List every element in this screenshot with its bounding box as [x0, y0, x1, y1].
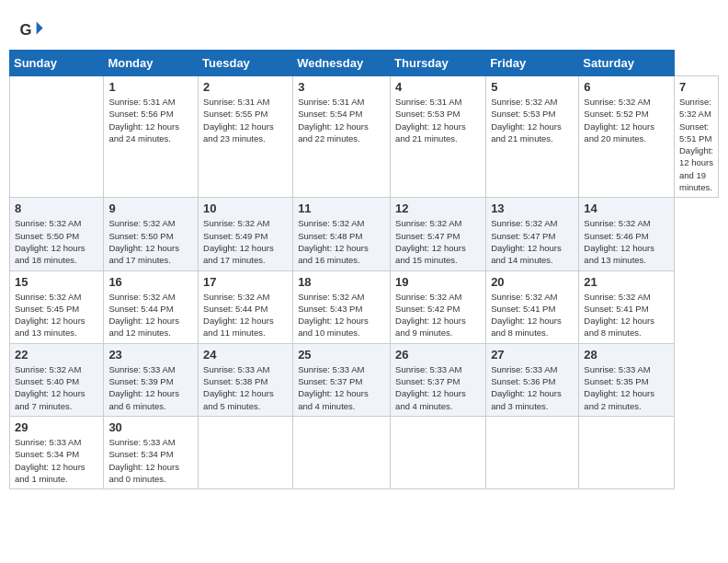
- day-number: 30: [108, 420, 193, 434]
- weekday-header-saturday: Saturday: [579, 51, 675, 76]
- day-number: 27: [491, 348, 574, 362]
- day-info: Sunrise: 5:33 AMSunset: 5:34 PMDaylight:…: [108, 436, 193, 485]
- day-number: 22: [15, 348, 98, 362]
- weekday-header-monday: Monday: [104, 51, 199, 76]
- calendar-cell: 14Sunrise: 5:32 AMSunset: 5:46 PMDayligh…: [579, 198, 675, 270]
- logo-icon: G: [18, 17, 44, 42]
- calendar-cell: 13Sunrise: 5:32 AMSunset: 5:47 PMDayligh…: [486, 198, 579, 270]
- day-info: Sunrise: 5:32 AMSunset: 5:48 PMDaylight:…: [298, 217, 385, 266]
- day-info: Sunrise: 5:33 AMSunset: 5:36 PMDaylight:…: [491, 363, 574, 412]
- calendar-cell: 17Sunrise: 5:32 AMSunset: 5:44 PMDayligh…: [199, 270, 293, 343]
- day-number: 25: [298, 348, 385, 362]
- day-number: 9: [108, 201, 193, 215]
- day-number: 12: [395, 201, 481, 215]
- calendar-week-row: 29Sunrise: 5:33 AMSunset: 5:34 PMDayligh…: [10, 416, 719, 488]
- calendar-cell: [199, 416, 293, 488]
- day-info: Sunrise: 5:32 AMSunset: 5:43 PMDaylight:…: [298, 291, 385, 339]
- day-info: Sunrise: 5:32 AMSunset: 5:44 PMDaylight:…: [203, 291, 288, 339]
- day-info: Sunrise: 5:32 AMSunset: 5:53 PMDaylight:…: [491, 96, 574, 144]
- day-number: 11: [298, 201, 385, 215]
- weekday-header-row: SundayMondayTuesdayWednesdayThursdayFrid…: [10, 51, 719, 76]
- calendar-week-row: 1Sunrise: 5:31 AMSunset: 5:56 PMDaylight…: [10, 76, 719, 198]
- calendar-cell: 20Sunrise: 5:32 AMSunset: 5:41 PMDayligh…: [486, 270, 579, 343]
- day-info: Sunrise: 5:33 AMSunset: 5:35 PMDaylight:…: [584, 363, 669, 412]
- day-number: 20: [491, 275, 574, 289]
- day-number: 28: [584, 348, 669, 362]
- calendar-cell: 10Sunrise: 5:32 AMSunset: 5:49 PMDayligh…: [199, 198, 293, 270]
- day-number: 3: [298, 80, 385, 94]
- day-info: Sunrise: 5:32 AMSunset: 5:52 PMDaylight:…: [584, 96, 669, 144]
- day-number: 6: [584, 80, 669, 94]
- day-number: 23: [108, 348, 193, 362]
- weekday-header-thursday: Thursday: [391, 51, 486, 76]
- day-info: Sunrise: 5:33 AMSunset: 5:37 PMDaylight:…: [395, 363, 481, 412]
- calendar-cell: 16Sunrise: 5:32 AMSunset: 5:44 PMDayligh…: [104, 270, 199, 343]
- day-info: Sunrise: 5:32 AMSunset: 5:44 PMDaylight:…: [108, 291, 193, 339]
- day-number: 21: [584, 275, 669, 289]
- day-info: Sunrise: 5:32 AMSunset: 5:50 PMDaylight:…: [108, 217, 193, 266]
- calendar-cell: 12Sunrise: 5:32 AMSunset: 5:47 PMDayligh…: [391, 198, 486, 270]
- calendar-cell: 15Sunrise: 5:32 AMSunset: 5:45 PMDayligh…: [10, 270, 104, 343]
- day-number: 10: [203, 201, 288, 215]
- calendar-cell: 5Sunrise: 5:32 AMSunset: 5:53 PMDaylight…: [486, 76, 579, 198]
- header: G: [9, 9, 719, 46]
- calendar-cell: 1Sunrise: 5:31 AMSunset: 5:56 PMDaylight…: [104, 76, 199, 198]
- logo: G: [18, 17, 48, 42]
- day-number: 24: [203, 348, 288, 362]
- calendar-cell: 26Sunrise: 5:33 AMSunset: 5:37 PMDayligh…: [391, 343, 486, 416]
- day-number: 8: [15, 201, 98, 215]
- calendar-cell: 24Sunrise: 5:33 AMSunset: 5:38 PMDayligh…: [199, 343, 293, 416]
- calendar-cell: 18Sunrise: 5:32 AMSunset: 5:43 PMDayligh…: [293, 270, 391, 343]
- calendar-cell: 6Sunrise: 5:32 AMSunset: 5:52 PMDaylight…: [579, 76, 675, 198]
- calendar-cell: [10, 76, 104, 198]
- calendar-cell: 23Sunrise: 5:33 AMSunset: 5:39 PMDayligh…: [104, 343, 199, 416]
- day-info: Sunrise: 5:32 AMSunset: 5:51 PMDaylight:…: [679, 96, 713, 193]
- day-number: 18: [298, 275, 385, 289]
- calendar-cell: 27Sunrise: 5:33 AMSunset: 5:36 PMDayligh…: [486, 343, 579, 416]
- calendar-cell: [293, 416, 391, 488]
- day-number: 14: [584, 201, 669, 215]
- day-info: Sunrise: 5:32 AMSunset: 5:47 PMDaylight:…: [491, 217, 574, 266]
- calendar-week-row: 8Sunrise: 5:32 AMSunset: 5:50 PMDaylight…: [10, 198, 719, 270]
- calendar-cell: [391, 416, 486, 488]
- day-info: Sunrise: 5:32 AMSunset: 5:49 PMDaylight:…: [203, 217, 288, 266]
- day-number: 26: [395, 348, 481, 362]
- day-info: Sunrise: 5:32 AMSunset: 5:45 PMDaylight:…: [15, 291, 98, 339]
- calendar-cell: [486, 416, 579, 488]
- day-info: Sunrise: 5:31 AMSunset: 5:54 PMDaylight:…: [298, 96, 385, 144]
- day-info: Sunrise: 5:33 AMSunset: 5:38 PMDaylight:…: [203, 363, 288, 412]
- day-number: 2: [203, 80, 288, 94]
- calendar-table: SundayMondayTuesdayWednesdayThursdayFrid…: [9, 50, 719, 489]
- day-info: Sunrise: 5:31 AMSunset: 5:56 PMDaylight:…: [108, 96, 193, 144]
- weekday-header-tuesday: Tuesday: [199, 51, 293, 76]
- calendar-cell: 3Sunrise: 5:31 AMSunset: 5:54 PMDaylight…: [293, 76, 391, 198]
- day-number: 13: [491, 201, 574, 215]
- calendar-cell: 29Sunrise: 5:33 AMSunset: 5:34 PMDayligh…: [10, 416, 104, 488]
- day-number: 1: [108, 80, 193, 94]
- day-number: 16: [108, 275, 193, 289]
- day-info: Sunrise: 5:32 AMSunset: 5:41 PMDaylight:…: [491, 291, 574, 339]
- svg-marker-1: [37, 22, 43, 35]
- day-info: Sunrise: 5:32 AMSunset: 5:41 PMDaylight:…: [584, 291, 669, 339]
- calendar-cell: 30Sunrise: 5:33 AMSunset: 5:34 PMDayligh…: [104, 416, 199, 488]
- calendar-cell: 7Sunrise: 5:32 AMSunset: 5:51 PMDaylight…: [674, 76, 718, 198]
- calendar-week-row: 15Sunrise: 5:32 AMSunset: 5:45 PMDayligh…: [10, 270, 719, 343]
- calendar-cell: 19Sunrise: 5:32 AMSunset: 5:42 PMDayligh…: [391, 270, 486, 343]
- weekday-header-sunday: Sunday: [10, 51, 104, 76]
- day-info: Sunrise: 5:33 AMSunset: 5:34 PMDaylight:…: [15, 436, 98, 485]
- calendar-cell: 22Sunrise: 5:32 AMSunset: 5:40 PMDayligh…: [10, 343, 104, 416]
- day-info: Sunrise: 5:31 AMSunset: 5:55 PMDaylight:…: [203, 96, 288, 144]
- day-info: Sunrise: 5:32 AMSunset: 5:50 PMDaylight:…: [15, 217, 98, 266]
- svg-text:G: G: [19, 21, 31, 39]
- calendar-cell: [579, 416, 675, 488]
- day-info: Sunrise: 5:33 AMSunset: 5:39 PMDaylight:…: [108, 363, 193, 412]
- calendar-cell: 21Sunrise: 5:32 AMSunset: 5:41 PMDayligh…: [579, 270, 675, 343]
- calendar-cell: 25Sunrise: 5:33 AMSunset: 5:37 PMDayligh…: [293, 343, 391, 416]
- calendar-week-row: 22Sunrise: 5:32 AMSunset: 5:40 PMDayligh…: [10, 343, 719, 416]
- calendar-cell: 28Sunrise: 5:33 AMSunset: 5:35 PMDayligh…: [579, 343, 675, 416]
- day-info: Sunrise: 5:33 AMSunset: 5:37 PMDaylight:…: [298, 363, 385, 412]
- day-info: Sunrise: 5:32 AMSunset: 5:40 PMDaylight:…: [15, 363, 98, 412]
- calendar-cell: 4Sunrise: 5:31 AMSunset: 5:53 PMDaylight…: [391, 76, 486, 198]
- calendar-cell: 11Sunrise: 5:32 AMSunset: 5:48 PMDayligh…: [293, 198, 391, 270]
- day-info: Sunrise: 5:32 AMSunset: 5:42 PMDaylight:…: [395, 291, 481, 339]
